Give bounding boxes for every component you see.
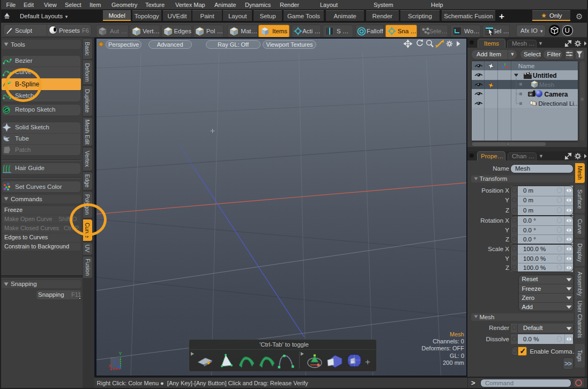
svg-text:X: X <box>108 363 111 369</box>
svg-text:Y: Y <box>119 351 122 356</box>
svg-text:Z: Z <box>114 360 117 365</box>
